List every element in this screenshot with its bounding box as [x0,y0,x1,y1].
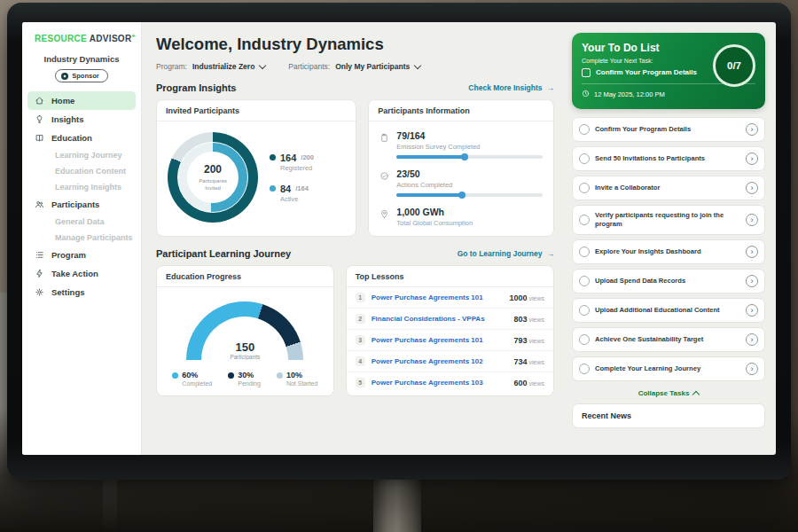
task-upload-spend-data[interactable]: Upload Spend Data Records › [572,269,765,293]
recent-news-header[interactable]: Recent News [572,403,765,428]
legend-dot [277,372,283,379]
task-radio[interactable] [579,246,590,257]
task-radio[interactable] [579,305,590,316]
sidebar-item-learning-journey[interactable]: Learning Journey [22,147,141,163]
chevron-right-icon[interactable]: › [746,333,758,346]
education-progress-gauge: 150 Participants [186,301,303,360]
sidebar-item-education-content[interactable]: Education Content [22,163,141,179]
arrow-right-icon: → [547,249,555,258]
gear-icon [35,287,44,297]
logo-plus: + [131,33,135,39]
task-complete-learning-journey[interactable]: Complete Your Learning Journey › [572,356,765,381]
chevron-right-icon[interactable]: › [746,246,758,258]
sidebar-item-manage-participants[interactable]: Manage Participants [22,230,141,246]
participants-filter-label: Participants: [288,62,330,71]
lesson-link[interactable]: Power Purchase Agreements 103 [372,379,508,387]
dashboard-screen: RESOURCE ADVISOR+ Industry Dynamics Spon… [22,22,776,455]
chevron-right-icon[interactable]: › [746,363,758,375]
sponsor-icon [61,73,68,80]
sidebar-item-program[interactable]: Program [22,246,141,264]
card-title: Education Progress [157,266,333,287]
task-radio[interactable] [579,124,590,135]
legend-item-completed: 60% Completed [172,371,212,387]
section-title-program-insights: Program Insights [156,82,236,93]
section-title-learning-journey: Participant Learning Journey [156,248,291,259]
gauge-center: 150 Participants [186,340,303,360]
legend-dot [270,185,276,192]
lesson-rank: 3 [356,335,365,345]
sidebar-item-participants[interactable]: Participants [22,195,141,214]
task-confirm-program-details[interactable]: Confirm Your Program Details › [572,117,765,142]
top-lessons-list: 1 Power Purchase Agreements 101 1000view… [347,287,553,393]
lesson-link[interactable]: Power Purchase Agreements 101 [372,336,508,344]
go-to-learning-journey-link[interactable]: Go to Learning Journey → [458,249,554,258]
learning-journey-header: Participant Learning Journey Go to Learn… [156,248,554,259]
chevron-right-icon[interactable]: › [746,275,758,287]
chevron-right-icon[interactable]: › [746,182,758,194]
lesson-rank: 2 [356,314,365,324]
lesson-row: 2 Financial Considerations - VPPAs 803vi… [347,309,553,330]
chevron-right-icon[interactable]: › [746,123,758,136]
check-more-insights-link[interactable]: Check More Insights → [468,83,554,92]
task-radio[interactable] [579,215,590,225]
task-invite-collaborator[interactable]: Invite a Collaborator › [572,176,765,200]
participants-select[interactable]: Only My Participants [335,62,420,71]
lightning-icon [35,269,44,278]
task-explore-insights[interactable]: Explore Your Insights Dashboard › [572,239,765,264]
card-title: Participants Information [369,100,553,121]
sidebar-item-learning-insights[interactable]: Learning Insights [22,179,141,195]
task-radio[interactable] [579,334,590,345]
sidebar-item-take-action[interactable]: Take Action [22,264,141,283]
program-select[interactable]: Industrialize Zero [192,62,265,71]
program-filter: Program: Industrialize Zero [156,62,265,71]
lesson-link[interactable]: Financial Considerations - VPPAs [372,315,508,323]
sidebar-item-insights[interactable]: Insights [22,110,141,129]
task-radio[interactable] [579,276,590,286]
gauge-legend: 60% Completed 30% Pending 10% Not Starte… [172,371,317,387]
sidebar-item-home[interactable]: Home [27,91,136,110]
progress-bar [396,193,543,197]
filter-bar: Program: Industrialize Zero Participants… [156,62,554,71]
lesson-row: 3 Power Purchase Agreements 101 793views [347,330,553,351]
sidebar: RESOURCE ADVISOR+ Industry Dynamics Spon… [22,22,142,455]
clipboard-icon [379,130,389,159]
chevron-right-icon[interactable]: › [746,214,758,226]
top-lessons-card: Top Lessons 1 Power Purchase Agreements … [346,265,554,396]
task-radio[interactable] [579,183,590,193]
chevron-right-icon[interactable]: › [746,153,758,165]
sidebar-item-education[interactable]: Education [22,129,141,147]
invited-participants-card: Invited Participants 200 Participants In… [156,99,356,237]
sidebar-item-label: Education [51,133,92,143]
sidebar-item-label: Participants [51,200,99,209]
task-verify-participants[interactable]: Verify participants requesting to join t… [572,205,765,235]
task-achieve-sustainability-target[interactable]: Achieve One Sustainability Target › [572,327,765,352]
consumption-row: 1,000 GWh Total Global Consumption [379,207,543,227]
sidebar-item-label: Insights [51,114,83,124]
sidebar-item-general-data[interactable]: General Data [22,214,141,230]
sidebar-item-label: Program [51,250,86,260]
list-icon [35,250,44,260]
sidebar-nav: Home Insights Education Learning Journey… [22,91,141,301]
logo-text-secondary: ADVISOR [90,34,132,43]
lesson-row: 1 Power Purchase Agreements 101 1000view… [347,287,553,309]
people-icon [35,200,44,209]
lesson-link[interactable]: Power Purchase Agreements 102 [372,357,508,365]
lesson-rank: 1 [356,293,365,302]
task-radio[interactable] [579,153,590,164]
sponsor-badge-label: Sponsor [72,72,98,80]
donut-legend: 164 /200 Registered 84 /164 [270,153,314,203]
invited-participants-donut: 200 Participants Invited [168,132,258,223]
donut-center: 200 Participants Invited [187,152,239,203]
chevron-right-icon[interactable]: › [746,304,758,317]
task-upload-educational-content[interactable]: Upload Additional Educational Content › [572,298,765,323]
task-checkbox[interactable] [582,68,591,77]
collapse-tasks-link[interactable]: Collapse Tasks [572,389,765,397]
program-filter-label: Program: [156,62,187,71]
chevron-down-icon [259,62,266,69]
legend-item-not-started: 10% Not Started [277,371,317,387]
lesson-link[interactable]: Power Purchase Agreements 101 [372,293,504,301]
sidebar-item-settings[interactable]: Settings [22,283,141,301]
task-radio[interactable] [579,364,590,374]
education-progress-card: Education Progress 150 Participants [156,265,334,396]
task-send-invitations[interactable]: Send 50 Invitations to Participants › [572,146,765,171]
